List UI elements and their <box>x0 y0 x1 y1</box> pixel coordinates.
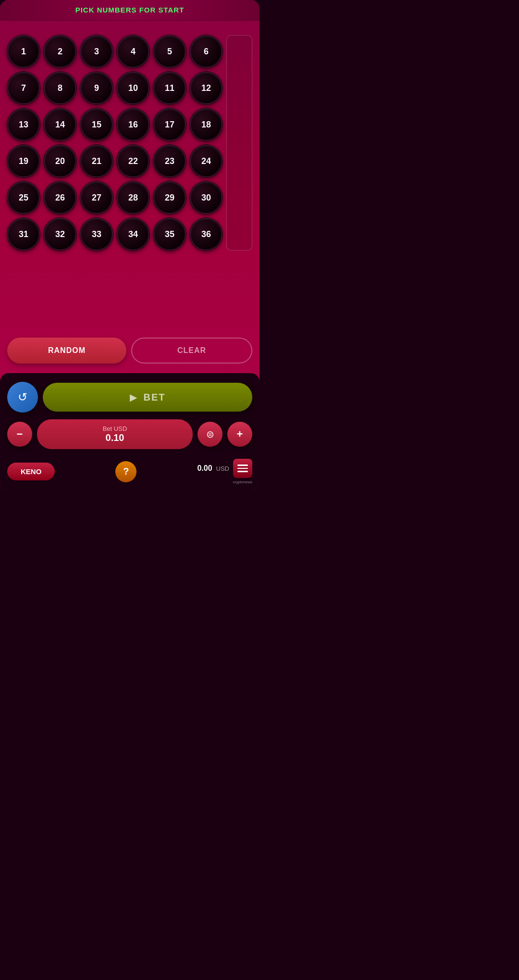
number-ball-30[interactable]: 30 <box>190 181 222 214</box>
number-ball-25[interactable]: 25 <box>7 181 40 214</box>
replay-icon: ↺ <box>18 390 27 404</box>
number-ball-31[interactable]: 31 <box>7 218 40 251</box>
keno-button[interactable]: KENO <box>7 463 55 480</box>
clear-button[interactable]: CLEAR <box>131 338 252 364</box>
number-ball-6[interactable]: 6 <box>190 35 222 68</box>
play-icon: ▶ <box>130 391 137 403</box>
number-ball-10[interactable]: 10 <box>117 72 149 104</box>
balance-currency: USD <box>216 465 229 472</box>
footer-right: 0.00 USD cryptonews <box>197 459 252 484</box>
number-ball-34[interactable]: 34 <box>117 218 149 251</box>
header: PICK NUMBERS FOR START <box>0 0 260 21</box>
number-ball-1[interactable]: 1 <box>7 35 40 68</box>
number-ball-18[interactable]: 18 <box>190 108 222 141</box>
number-ball-9[interactable]: 9 <box>80 72 113 104</box>
number-ball-35[interactable]: 35 <box>153 218 186 251</box>
bet-usd-label: Bet USD <box>103 425 127 432</box>
spacer <box>7 251 252 333</box>
number-ball-3[interactable]: 3 <box>80 35 113 68</box>
number-ball-8[interactable]: 8 <box>44 72 76 104</box>
number-ball-4[interactable]: 4 <box>117 35 149 68</box>
number-ball-36[interactable]: 36 <box>190 218 222 251</box>
bet-chips-button[interactable]: ⊜ <box>198 422 222 447</box>
menu-line-1 <box>237 465 248 466</box>
number-ball-19[interactable]: 19 <box>7 145 40 177</box>
bet-amount-display: Bet USD 0.10 <box>37 419 193 449</box>
number-ball-11[interactable]: 11 <box>153 72 186 104</box>
cryptonews-logo: cryptonews <box>233 480 252 484</box>
chips-icon: ⊜ <box>206 428 214 440</box>
number-ball-24[interactable]: 24 <box>190 145 222 177</box>
bet-button[interactable]: ▶ BET <box>43 383 252 412</box>
number-ball-23[interactable]: 23 <box>153 145 186 177</box>
header-title: PICK NUMBERS FOR START <box>75 6 185 14</box>
number-ball-27[interactable]: 27 <box>80 181 113 214</box>
number-ball-12[interactable]: 12 <box>190 72 222 104</box>
number-ball-17[interactable]: 17 <box>153 108 186 141</box>
numbers-grid: 1234567891011121314151617181920212223242… <box>7 35 222 251</box>
number-ball-20[interactable]: 20 <box>44 145 76 177</box>
number-ball-33[interactable]: 33 <box>80 218 113 251</box>
number-ball-22[interactable]: 22 <box>117 145 149 177</box>
numbers-section: 1234567891011121314151617181920212223242… <box>7 35 252 251</box>
number-ball-13[interactable]: 13 <box>7 108 40 141</box>
footer-nav: KENO ? 0.00 USD cryptonews <box>0 454 260 490</box>
app-container: PICK NUMBERS FOR START 12345678910111213… <box>0 0 260 490</box>
bet-plus-button[interactable]: + <box>227 422 252 447</box>
number-ball-32[interactable]: 32 <box>44 218 76 251</box>
action-buttons: RANDOM CLEAR <box>7 338 252 364</box>
bottom-panel: ↺ ▶ BET − Bet USD 0.10 ⊜ + <box>0 373 260 454</box>
number-ball-29[interactable]: 29 <box>153 181 186 214</box>
menu-button[interactable] <box>233 459 252 478</box>
number-ball-26[interactable]: 26 <box>44 181 76 214</box>
bet-label: BET <box>144 392 166 403</box>
number-ball-2[interactable]: 2 <box>44 35 76 68</box>
bet-minus-button[interactable]: − <box>7 422 32 447</box>
number-ball-15[interactable]: 15 <box>80 108 113 141</box>
number-ball-21[interactable]: 21 <box>80 145 113 177</box>
bet-amount-value: 0.10 <box>106 432 124 443</box>
footer-balance-row: 0.00 USD <box>197 459 252 478</box>
help-button[interactable]: ? <box>115 461 136 482</box>
balance-amount: 0.00 <box>197 464 212 473</box>
number-ball-14[interactable]: 14 <box>44 108 76 141</box>
number-ball-28[interactable]: 28 <box>117 181 149 214</box>
selected-numbers-panel <box>226 35 252 251</box>
game-area: 1234567891011121314151617181920212223242… <box>0 21 260 373</box>
random-button[interactable]: RANDOM <box>7 338 126 364</box>
replay-button[interactable]: ↺ <box>7 382 38 413</box>
menu-line-2 <box>237 468 248 469</box>
bet-row: ↺ ▶ BET <box>7 382 252 413</box>
number-ball-7[interactable]: 7 <box>7 72 40 104</box>
bet-amount-row: − Bet USD 0.10 ⊜ + <box>7 419 252 449</box>
number-ball-5[interactable]: 5 <box>153 35 186 68</box>
menu-line-3 <box>237 471 248 472</box>
number-ball-16[interactable]: 16 <box>117 108 149 141</box>
